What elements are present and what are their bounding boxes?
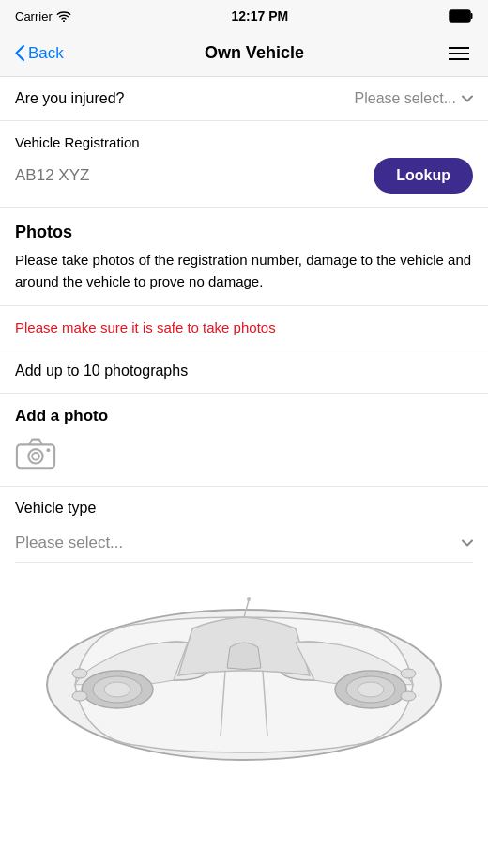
battery-icon [449,9,473,23]
photos-title: Photos [15,223,473,242]
page-title: Own Vehicle [205,43,304,63]
svg-point-13 [104,682,130,697]
vehicle-type-section: Vehicle type Please select... [0,487,488,563]
svg-point-6 [46,448,50,452]
status-bar: Carrier 12:17 PM [0,0,488,30]
svg-point-16 [401,669,416,678]
vehicle-reg-section: Vehicle Registration Lookup [0,121,488,208]
add-photo-title: Add a photo [15,407,473,426]
camera-icon [15,435,56,471]
add-photos-row: Add up to 10 photographs [0,349,488,394]
car-illustration [0,572,488,798]
lookup-button[interactable]: Lookup [374,158,473,194]
svg-point-17 [401,691,416,701]
vehicle-reg-input[interactable] [15,166,374,185]
svg-point-0 [63,20,65,22]
vehicle-type-label: Vehicle type [15,500,473,517]
svg-point-18 [72,669,87,678]
carrier-label: Carrier [15,9,71,23]
menu-line-1 [449,47,469,49]
injury-label: Are you injured? [15,90,125,107]
vehicle-type-chevron-icon [462,539,473,547]
nav-bar: Back Own Vehicle [0,30,488,77]
injury-select-value: Please select... [355,90,457,107]
svg-rect-1 [450,10,470,22]
camera-button[interactable] [15,435,473,471]
svg-rect-2 [471,13,473,19]
menu-line-3 [449,58,469,60]
menu-button[interactable] [445,43,473,64]
injury-select[interactable]: Please select... [355,90,474,107]
photos-section: Photos Please take photos of the registr… [0,208,488,306]
svg-point-5 [32,453,39,460]
vehicle-reg-label: Vehicle Registration [15,134,473,150]
svg-point-19 [72,691,87,701]
vehicle-type-value: Please select... [15,534,123,552]
add-photo-section: Add a photo [0,394,488,487]
content: Are you injured? Please select... Vehicl… [0,77,488,798]
safety-warning: Please make sure it is safe to take phot… [0,306,488,349]
vehicle-type-select[interactable]: Please select... [15,524,473,563]
wifi-icon [56,10,71,22]
menu-line-2 [449,53,469,54]
back-button[interactable]: Back [15,44,64,63]
svg-point-21 [247,597,251,601]
back-arrow-icon [15,45,24,61]
svg-point-10 [358,682,384,697]
injury-chevron-icon [462,95,473,102]
photos-description: Please take photos of the registration n… [15,250,473,292]
svg-point-4 [28,449,42,463]
vehicle-reg-row: Lookup [15,158,473,194]
status-time: 12:17 PM [232,8,289,23]
injury-row: Are you injured? Please select... [0,77,488,121]
car-svg [28,591,460,779]
